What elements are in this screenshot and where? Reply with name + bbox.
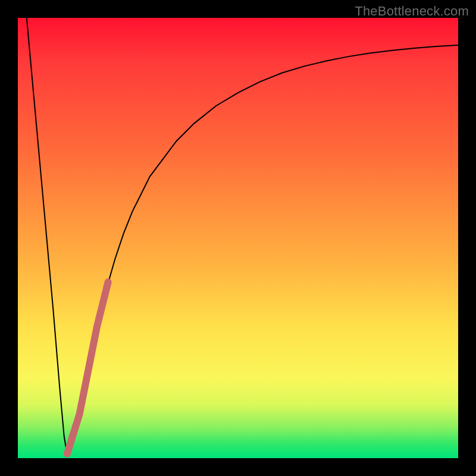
series-black-curve: [27, 18, 458, 454]
watermark-text: TheBottleneck.com: [355, 4, 469, 19]
chart-frame: TheBottleneck.com: [0, 0, 476, 476]
chart-overlay: [18, 18, 458, 458]
series-highlight-segment: [67, 282, 108, 454]
